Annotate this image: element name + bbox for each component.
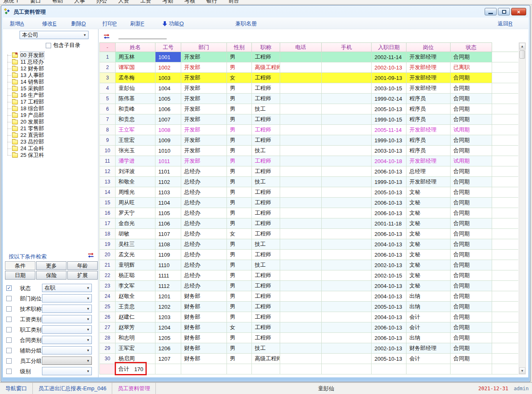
table-cell[interactable]: 1010	[155, 146, 181, 156]
table-cell[interactable]: 王贵忠	[116, 302, 155, 312]
table-cell[interactable]: 1109	[155, 250, 181, 260]
table-cell[interactable]	[280, 156, 322, 166]
table-cell[interactable]: 程序员	[406, 146, 451, 156]
table-cell[interactable]	[322, 177, 372, 187]
table-cell[interactable]: 1110	[155, 260, 181, 270]
table-cell[interactable]: 合同期	[451, 239, 492, 250]
table-cell[interactable]: 1111	[155, 270, 181, 281]
table-cell[interactable]	[322, 208, 372, 218]
table-cell[interactable]: 2004-10-13	[372, 312, 406, 322]
table-row[interactable]: 5陈伟基1005开发部男工程师1999-02-14程序员合同期	[99, 94, 518, 104]
table-cell[interactable]	[322, 135, 372, 146]
table-cell[interactable]	[322, 239, 372, 250]
table-cell[interactable]	[322, 218, 372, 229]
table-cell[interactable]: 工程师	[252, 218, 280, 229]
table-cell[interactable]: 财务部	[181, 322, 227, 333]
table-cell[interactable]: 技工	[252, 260, 280, 270]
table-row[interactable]: 28和志明1205财务部男工程师2006-10-13出纳合同期	[99, 333, 518, 343]
row-number-cell[interactable]: 13	[99, 177, 116, 187]
table-cell[interactable]	[322, 52, 372, 62]
table-cell[interactable]: 男	[227, 104, 252, 114]
table-cell[interactable]: 1003	[155, 73, 181, 83]
table-cell[interactable]: 工程师	[252, 208, 280, 218]
table-cell[interactable]: 男	[227, 83, 252, 94]
close-button[interactable]: ×	[511, 8, 526, 15]
table-cell[interactable]: 总经办	[181, 239, 227, 250]
column-header-部门[interactable]: 部门	[181, 42, 227, 52]
table-cell[interactable]: 程序员	[406, 135, 451, 146]
table-cell[interactable]	[322, 62, 372, 73]
menu-item[interactable]: 人事	[74, 0, 85, 5]
row-number-cell[interactable]: 25	[99, 302, 116, 312]
table-cell[interactable]: 金自光	[116, 218, 155, 229]
table-cell[interactable]: 工程师	[252, 198, 280, 208]
status-tab-员工进出汇总报表-Emp_046[interactable]: 员工进出汇总报表-Emp_046	[33, 383, 112, 394]
row-number-cell[interactable]: 18	[99, 229, 116, 239]
table-cell[interactable]: 工程师	[252, 83, 280, 94]
table-row[interactable]: 21童明辉1110总经办男技工2002-10-13文秘合同期	[99, 260, 518, 270]
table-cell[interactable]: 合同期	[451, 146, 492, 156]
column-header-工号[interactable]: 工号	[155, 42, 181, 52]
table-cell[interactable]: 程序员	[406, 94, 451, 104]
table-cell[interactable]: 孟冬梅	[116, 73, 155, 83]
table-cell[interactable]: 合同期	[451, 354, 492, 364]
table-cell[interactable]: 工程师	[252, 135, 280, 146]
table-cell[interactable]: 1108	[155, 239, 181, 250]
row-number-cell[interactable]: 30	[99, 354, 116, 364]
table-cell[interactable]: 王世宏	[116, 135, 155, 146]
sidebar-item-dept-16[interactable]: 16 生产部	[6, 92, 94, 99]
table-cell[interactable]: 开发部	[181, 104, 227, 114]
table-row[interactable]: 27赵翠芳1204财务部女工程师2006-10-13会计合同期	[99, 322, 518, 333]
table-cell[interactable]: 文秘	[406, 281, 451, 291]
table-cell[interactable]: 1006	[155, 104, 181, 114]
toolbar-delete-button[interactable]: 删除D	[71, 20, 86, 27]
table-cell[interactable]: 1106	[155, 218, 181, 229]
table-cell[interactable]: 1107	[155, 229, 181, 239]
table-cell[interactable]: 总经办	[181, 177, 227, 187]
table-cell[interactable]: 合同期	[451, 218, 492, 229]
table-cell[interactable]: 开发部	[181, 62, 227, 73]
table-cell[interactable]: 技工	[252, 239, 280, 250]
table-cell[interactable]: 合同期	[451, 104, 492, 114]
table-cell[interactable]: 童明辉	[116, 260, 155, 270]
row-number-cell[interactable]: 27	[99, 322, 116, 333]
table-row[interactable]: 7和贵忠1007开发部男工程师1999-10-15程序员合同期	[99, 114, 518, 125]
table-cell[interactable]: 总经办	[181, 208, 227, 218]
table-cell[interactable]: 刘洋波	[116, 166, 155, 177]
table-cell[interactable]: 开发部	[181, 83, 227, 94]
table-cell[interactable]	[322, 270, 372, 281]
table-cell[interactable]: 男	[227, 125, 252, 135]
filter-select-员工分组[interactable]: ▼	[42, 357, 92, 365]
table-cell[interactable]: 男	[227, 62, 252, 73]
table-cell[interactable]: 男	[227, 239, 252, 250]
table-cell[interactable]: 1999-10-15	[372, 114, 406, 125]
table-cell[interactable]: 2005-10-13	[372, 104, 406, 114]
table-cell[interactable]: 1007	[155, 114, 181, 125]
table-cell[interactable]: 工程师	[252, 94, 280, 104]
table-cell[interactable]: 2005-10-13	[372, 302, 406, 312]
table-cell[interactable]: 2003-10-13	[372, 146, 406, 156]
table-cell[interactable]: 开发部经理	[406, 52, 451, 62]
table-cell[interactable]	[322, 114, 372, 125]
table-cell[interactable]: 2001-11-18	[372, 218, 406, 229]
table-cell[interactable]: 合同期	[451, 291, 492, 302]
table-cell[interactable]: 男	[227, 187, 252, 198]
table-cell[interactable]: 合同期	[451, 281, 492, 291]
table-row[interactable]: 19吴柱三1108总经办男技工2004-10-13文秘合同期	[99, 239, 518, 250]
table-cell[interactable]: 合同期	[451, 270, 492, 281]
table-cell[interactable]: 1206	[155, 343, 181, 354]
table-cell[interactable]: 男	[227, 135, 252, 146]
table-cell[interactable]: 会计	[406, 354, 451, 364]
table-cell[interactable]	[322, 146, 372, 156]
filter-checkbox-辅助分组[interactable]	[6, 348, 12, 353]
filter-checkbox-员工分组[interactable]	[6, 358, 12, 364]
table-cell[interactable]: 女	[227, 322, 252, 333]
table-cell[interactable]: 高级工程师	[252, 62, 280, 73]
table-cell[interactable]: 工程师	[252, 73, 280, 83]
scrollbar-thumb[interactable]	[520, 50, 525, 59]
toolbar-add-button[interactable]: 新增A	[10, 20, 24, 27]
table-cell[interactable]: 总经理	[406, 166, 451, 177]
table-cell[interactable]	[322, 187, 372, 198]
table-cell[interactable]	[322, 198, 372, 208]
table-cell[interactable]: 合同期	[451, 302, 492, 312]
